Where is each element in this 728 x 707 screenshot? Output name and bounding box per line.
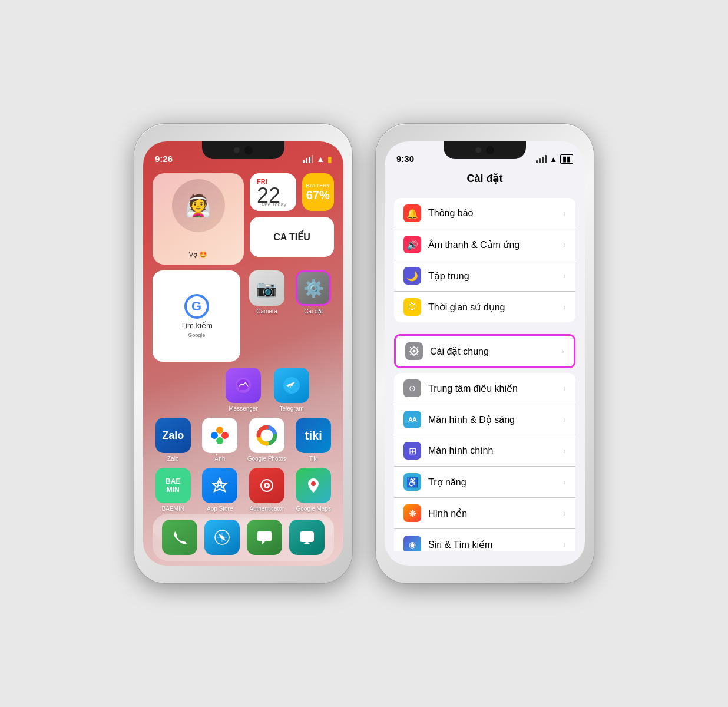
- settings-item-control[interactable]: ⊙ Trung tâm điều khiển ›: [394, 373, 575, 404]
- home-screen: 9:26 ▲ ▮ 👰: [143, 141, 343, 566]
- widget-right-col: FRI 22 Date Today BATTERY 67% CA TIẾU: [250, 173, 334, 265]
- settings-item-thoi-gian[interactable]: ⏱ Thời gian sử dụng ›: [394, 292, 575, 322]
- app-zalo[interactable]: Zalo Zalo: [153, 418, 194, 462]
- app-row-4: BAEMIN BAEMIN A App Store Authenticator: [153, 468, 334, 512]
- ca-tieu-widget[interactable]: CA TIẾU: [250, 217, 334, 257]
- authenticator-icon: [249, 468, 284, 503]
- display-label: Màn hình & Độ sáng: [428, 414, 563, 425]
- settings-icon: ⚙️: [296, 270, 331, 306]
- app-telegram[interactable]: Telegram: [270, 368, 313, 412]
- battery-widget[interactable]: BATTERY 67%: [302, 173, 335, 211]
- chat-icon: [289, 520, 325, 555]
- camera-label: Camera: [256, 308, 277, 315]
- phone-2: 9:30 ▲ ▮▮ Cài đặt: [376, 124, 594, 583]
- screentime-icon: ⏱: [403, 298, 421, 316]
- speaker: [234, 147, 240, 153]
- battery-label: BATTERY: [306, 183, 330, 189]
- messages-icon: [247, 520, 282, 555]
- app-gphoto[interactable]: Google Photos: [246, 418, 287, 462]
- google-widget[interactable]: G Tìm kiếm Google: [153, 270, 240, 362]
- settings-group-2: ⊙ Trung tâm điều khiển › AA Màn hình & Đ…: [394, 373, 575, 551]
- notification-label: Thông báo: [428, 208, 563, 219]
- safari-icon: [204, 520, 240, 555]
- clock: 9:26: [155, 154, 173, 164]
- chevron-4: ›: [563, 302, 566, 312]
- battery-icon: ▮: [327, 155, 332, 164]
- dock-messages[interactable]: [243, 520, 286, 555]
- baemin-label: BAEMIN: [162, 506, 184, 512]
- settings-item-tap-trung[interactable]: 🌙 Tập trung ›: [394, 260, 575, 292]
- zalo-icon: Zalo: [155, 418, 191, 453]
- homescreen-label: Màn hình chính: [428, 445, 563, 456]
- svg-point-5: [211, 432, 218, 439]
- maps-label: Google Maps: [296, 506, 331, 512]
- settings-item-display[interactable]: AA Màn hình & Độ sáng ›: [394, 404, 575, 435]
- notification-icon: 🔔: [403, 204, 421, 222]
- authenticator-label: Authenticator: [249, 506, 284, 512]
- app-camera[interactable]: 📷 Camera: [246, 270, 287, 362]
- wifi-icon: ▲: [316, 154, 325, 164]
- settings-clock: 9:30: [396, 154, 414, 164]
- chevron-wallpaper: ›: [563, 508, 566, 518]
- settings-title: Cài đặt: [385, 167, 585, 192]
- home-background: 9:26 ▲ ▮ 👰: [143, 141, 343, 566]
- svg-point-11: [311, 481, 316, 486]
- siri-label: Siri & Tìm kiếm: [428, 539, 563, 550]
- status-icons: ▲ ▮: [303, 154, 332, 164]
- app-baemin[interactable]: BAEMIN BAEMIN: [153, 468, 194, 512]
- telegram-icon: [274, 368, 309, 403]
- svg-point-2: [216, 427, 223, 434]
- contact-avatar: 👰: [172, 179, 225, 232]
- wallpaper-label: Hình nền: [428, 508, 563, 519]
- battery-pct: 67%: [306, 189, 330, 202]
- settings-screen: 9:30 ▲ ▮▮ Cài đặt: [385, 141, 585, 566]
- photos-label: Ảnh: [214, 455, 225, 462]
- chevron-control: ›: [563, 384, 566, 393]
- camera-hole-2: [486, 146, 494, 154]
- svg-point-3: [221, 432, 229, 439]
- sound-icon: 🔊: [403, 236, 421, 253]
- accessibility-icon: ♿: [403, 473, 421, 491]
- dock-chat[interactable]: [286, 520, 328, 555]
- screentime-label: Thời gian sử dụng: [428, 302, 563, 313]
- app-messenger[interactable]: Messenger: [222, 368, 264, 412]
- settings-item-siri[interactable]: ◉ Siri & Tìm kiếm ›: [394, 529, 575, 551]
- app-photos[interactable]: Ảnh: [200, 418, 241, 462]
- app-settings[interactable]: ⚙️ Cài đặt: [293, 270, 334, 362]
- phone-icon: [162, 520, 197, 555]
- settings-item-wallpaper[interactable]: ❋ Hình nền ›: [394, 498, 575, 529]
- svg-rect-13: [300, 531, 314, 542]
- chevron-display: ›: [563, 415, 566, 424]
- telegram-label: Telegram: [279, 405, 303, 412]
- gphoto-icon: [249, 418, 284, 453]
- app-row-1: G Tìm kiếm Google 📷 Camera ⚙️ Cài đặt: [153, 270, 334, 362]
- home-content: 👰 Vợ 🤩 FRI 22 Date Today: [143, 167, 343, 566]
- spacer: [174, 368, 216, 412]
- google-icon: G: [184, 294, 209, 319]
- focus-label: Tập trung: [428, 270, 563, 282]
- dock-safari[interactable]: [201, 520, 243, 555]
- settings-wifi-icon: ▲: [550, 155, 557, 164]
- settings-item-accessibility[interactable]: ♿ Trợ năng ›: [394, 467, 575, 498]
- gphoto-label: Google Photos: [247, 455, 286, 462]
- app-authenticator[interactable]: Authenticator: [246, 468, 287, 512]
- app-tiki[interactable]: tiki Tiki: [293, 418, 335, 462]
- settings-item-thong-bao[interactable]: 🔔 Thông báo ›: [394, 198, 575, 229]
- date-widget[interactable]: FRI 22 Date Today: [250, 173, 296, 211]
- settings-item-cai-dat-chung[interactable]: Cài đặt chung ›: [394, 334, 575, 368]
- app-maps[interactable]: Google Maps: [293, 468, 335, 512]
- settings-status-icons: ▲ ▮▮: [536, 154, 573, 164]
- phone-1: 9:26 ▲ ▮ 👰: [134, 124, 352, 583]
- date-battery-row: FRI 22 Date Today BATTERY 67%: [250, 173, 334, 211]
- contact-widget[interactable]: 👰 Vợ 🤩: [153, 173, 244, 265]
- google-sublabel: Google: [188, 332, 205, 338]
- control-icon: ⊙: [403, 379, 421, 397]
- settings-item-am-thanh[interactable]: 🔊 Âm thanh & Cảm ứng ›: [394, 229, 575, 260]
- general-label: Cài đặt chung: [430, 346, 561, 357]
- control-label: Trung tâm điều khiển: [428, 383, 563, 394]
- tiki-icon: tiki: [296, 418, 331, 453]
- settings-item-homescreen[interactable]: ⊞ Màn hình chính ›: [394, 435, 575, 467]
- dock-phone[interactable]: [158, 520, 201, 555]
- messenger-icon: [226, 368, 261, 403]
- app-appstore[interactable]: A App Store: [200, 468, 241, 512]
